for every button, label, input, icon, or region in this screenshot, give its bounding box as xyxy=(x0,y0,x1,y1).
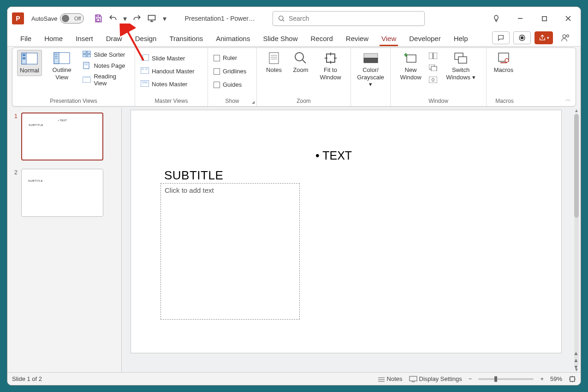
slide-master-icon xyxy=(141,54,149,62)
checkbox-icon xyxy=(214,55,220,61)
move-split-button[interactable] xyxy=(428,76,438,85)
vertical-scrollbar[interactable]: ▲ ▼ ▲ ▲ ▼ xyxy=(573,108,580,372)
macros-button[interactable]: Macros xyxy=(491,50,516,75)
tab-view[interactable]: View xyxy=(375,32,403,46)
tab-design[interactable]: Design xyxy=(129,32,163,46)
zoom-in-button[interactable]: + xyxy=(540,375,544,382)
collapse-ribbon-button[interactable]: ︿ xyxy=(565,95,571,103)
svg-rect-40 xyxy=(364,53,378,58)
tab-home[interactable]: Home xyxy=(38,32,69,46)
qat-customize[interactable]: ▾ xyxy=(161,13,168,24)
gridlines-checkbox[interactable]: Gridlines xyxy=(213,67,247,76)
slide-thumbnail-1[interactable]: SUBTITLE • TEXT xyxy=(21,113,103,160)
tab-animations[interactable]: Animations xyxy=(209,32,256,46)
zoom-slider[interactable] xyxy=(478,378,534,380)
slide-master-button[interactable]: Slide Master xyxy=(140,53,196,63)
notes-toggle[interactable]: Notes xyxy=(378,375,403,382)
arrange-all-button[interactable] xyxy=(428,52,438,61)
share-button[interactable]: ▾ xyxy=(535,31,553,44)
slide-subtitle[interactable]: SUBTITLE xyxy=(164,168,223,183)
present-from-start-button[interactable] xyxy=(147,13,157,24)
notes-button[interactable]: Notes xyxy=(261,50,286,75)
tab-review[interactable]: Review xyxy=(339,32,375,46)
handout-master-button[interactable]: Handout Master xyxy=(140,66,196,76)
fit-to-window-button[interactable]: Fit to Window xyxy=(315,50,346,83)
new-window-button[interactable]: New Window xyxy=(395,50,426,83)
guides-checkbox[interactable]: Guides xyxy=(213,80,247,89)
svg-point-3 xyxy=(279,16,283,20)
tab-file[interactable]: File xyxy=(14,32,38,46)
tab-insert[interactable]: Insert xyxy=(69,32,100,46)
tab-developer[interactable]: Developer xyxy=(403,32,447,46)
search-input[interactable] xyxy=(289,15,420,22)
tab-record[interactable]: Record xyxy=(304,32,339,46)
reading-view-button[interactable]: Reading View xyxy=(82,72,130,88)
slide-thumbnail-2[interactable]: SUBTITLE xyxy=(21,169,103,217)
prev-slide-button[interactable]: ▲ xyxy=(573,350,579,356)
cascade-button[interactable] xyxy=(428,64,438,73)
maximize-button[interactable] xyxy=(536,12,552,25)
switch-windows-icon xyxy=(452,52,469,65)
switch-windows-button[interactable]: Switch Windows ▾ xyxy=(440,50,481,83)
window-label: Window xyxy=(395,98,481,105)
svg-rect-21 xyxy=(83,54,86,57)
search-box[interactable] xyxy=(273,11,425,26)
redo-button[interactable] xyxy=(132,13,142,24)
undo-button[interactable] xyxy=(108,13,118,24)
svg-rect-41 xyxy=(364,58,378,63)
checkbox-icon xyxy=(214,68,220,75)
zoom-icon xyxy=(292,52,309,65)
slide-canvas[interactable]: TEXT SUBTITLE Click to add text xyxy=(131,110,562,353)
notes-master-button[interactable]: Notes Master xyxy=(140,79,196,89)
notes-page-icon xyxy=(83,62,91,69)
notes-page-button[interactable]: Notes Page xyxy=(82,61,130,70)
close-button[interactable] xyxy=(560,12,576,25)
fit-slide-button[interactable] xyxy=(569,375,576,383)
thumbnail-number: 2 xyxy=(11,169,18,217)
tips-icon[interactable] xyxy=(488,12,504,25)
zoom-label: Zoom xyxy=(261,98,346,105)
zoom-out-button[interactable]: − xyxy=(469,375,472,382)
svg-rect-20 xyxy=(87,51,91,53)
account-button[interactable] xyxy=(557,31,574,44)
autosave-toggle[interactable]: Off xyxy=(60,13,84,24)
tab-transitions[interactable]: Transitions xyxy=(163,32,209,46)
zoom-percentage[interactable]: 59% xyxy=(550,375,562,382)
cascade-icon xyxy=(429,65,437,72)
svg-rect-12 xyxy=(23,54,25,56)
display-settings-button[interactable]: Display Settings xyxy=(409,375,462,382)
zoom-button[interactable]: Zoom xyxy=(288,50,313,75)
app-icon: P xyxy=(12,12,24,24)
move-split-icon xyxy=(429,77,437,84)
scroll-thumb[interactable] xyxy=(574,114,579,218)
macros-label: Macros xyxy=(491,98,518,105)
undo-dropdown[interactable]: ▾ xyxy=(123,13,127,24)
svg-rect-46 xyxy=(431,66,437,71)
save-button[interactable] xyxy=(93,13,103,24)
svg-point-8 xyxy=(563,35,566,38)
outline-view-button[interactable]: Outline View xyxy=(44,50,80,83)
next-slide-button[interactable]: ▼ xyxy=(573,364,579,370)
svg-rect-2 xyxy=(148,15,155,20)
svg-rect-22 xyxy=(87,54,91,57)
tab-slide-show[interactable]: Slide Show xyxy=(256,32,304,46)
normal-view-button[interactable]: Normal xyxy=(17,50,42,76)
color-grayscale-button[interactable]: Color/ Grayscale ▾ xyxy=(356,50,386,90)
svg-rect-44 xyxy=(434,53,437,59)
scroll-up-button[interactable]: ▲ xyxy=(574,108,579,113)
slide-bullet-text[interactable]: TEXT xyxy=(315,149,352,162)
slide-sorter-button[interactable]: Slide Sorter xyxy=(82,50,130,59)
handout-master-icon xyxy=(141,67,149,75)
camera-button[interactable] xyxy=(513,31,531,44)
ruler-checkbox[interactable]: Ruler xyxy=(213,53,247,62)
reading-view-icon xyxy=(83,76,91,83)
master-views-label: Master Views xyxy=(140,98,203,105)
slide-text-placeholder[interactable]: Click to add text xyxy=(160,183,300,320)
prev-slide-button-2[interactable]: ▲ xyxy=(573,357,579,363)
minimize-button[interactable] xyxy=(512,12,528,25)
tab-draw[interactable]: Draw xyxy=(100,32,129,46)
slide-sorter-icon xyxy=(83,51,91,58)
comments-button[interactable] xyxy=(492,31,510,44)
slide-thumbnail-pane: 1 SUBTITLE • TEXT 2 SUBTITLE xyxy=(7,108,122,372)
tab-help[interactable]: Help xyxy=(447,32,475,46)
